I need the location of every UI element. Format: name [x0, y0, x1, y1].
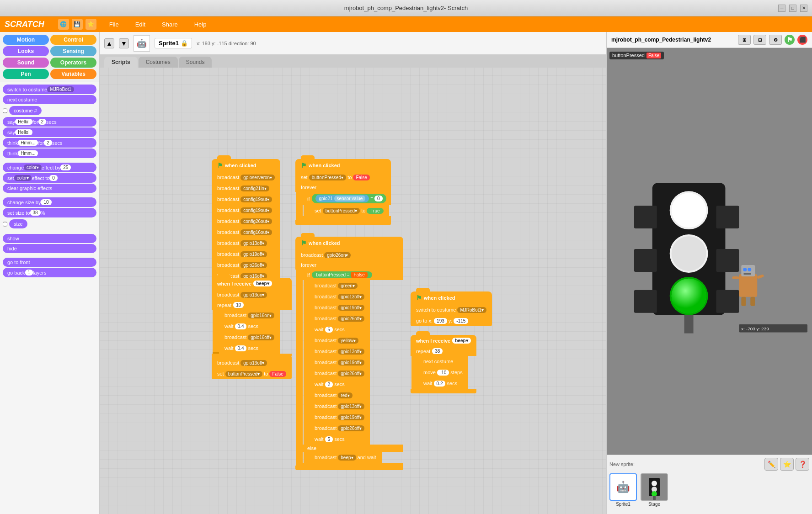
- block-broadcast-config19out2[interactable]: broadcast config19out▾: [212, 205, 280, 216]
- tab-costumes[interactable]: Costumes: [139, 57, 178, 68]
- cat-motion[interactable]: Motion: [3, 35, 49, 45]
- block-next-costume[interactable]: next costume: [3, 95, 96, 104]
- block-forever[interactable]: forever: [295, 183, 391, 192]
- block-broadcast-yellow[interactable]: broadcast yellow▾: [309, 335, 370, 346]
- block-broadcast-config26out[interactable]: broadcast config26out▾: [212, 216, 280, 227]
- hat-green-flag-2[interactable]: ⚑ when clicked: [295, 159, 391, 172]
- block-wait-0.4-2[interactable]: wait 0.4 secs: [219, 343, 280, 354]
- scripts-canvas[interactable]: ⚑ when clicked broadcast gpioserveron▾ b…: [100, 68, 606, 514]
- block-if-buttonpressed[interactable]: if buttonPressed = False: [303, 270, 403, 280]
- cat-operators[interactable]: Operators: [50, 58, 96, 68]
- cat-control[interactable]: Control: [50, 35, 96, 45]
- block-next-costume-2[interactable]: next costume: [418, 356, 468, 367]
- sprite-nav-down[interactable]: ▼: [119, 38, 129, 48]
- block-broadcast-gpio19off2[interactable]: broadcast gpio19off▾: [309, 302, 370, 313]
- block-broadcast-gpio13off5[interactable]: broadcast gpio13off▾: [309, 401, 370, 412]
- sprite-star-btn[interactable]: ⭐: [780, 458, 794, 471]
- block-broadcast-gpio[interactable]: broadcast gpioserveron▾: [212, 172, 280, 183]
- block-forever-2[interactable]: forever: [295, 260, 403, 270]
- cat-pen[interactable]: Pen: [3, 69, 49, 79]
- maximize-button[interactable]: □: [789, 5, 796, 12]
- hat-green-flag-4[interactable]: ⚑ when clicked: [411, 291, 492, 304]
- cat-variables[interactable]: Variables: [50, 69, 96, 79]
- minimize-button[interactable]: ─: [778, 5, 785, 12]
- block-broadcast-gpio26off2[interactable]: broadcast gpio26off▾: [309, 313, 370, 324]
- block-broadcast-gpio19off[interactable]: broadcast gpio19off▾: [212, 249, 280, 260]
- block-broadcast-config21[interactable]: broadcast config21in▾: [212, 183, 280, 194]
- block-broadcast-gpio13on[interactable]: broadcast gpio13on▾: [212, 289, 292, 300]
- cat-sensing[interactable]: Sensing: [50, 46, 96, 56]
- cat-looks[interactable]: Looks: [3, 46, 49, 56]
- block-broadcast-gpio13off[interactable]: broadcast gpio13off▾: [212, 238, 280, 249]
- block-wait-2[interactable]: wait 2 secs: [309, 379, 370, 390]
- globe-icon[interactable]: 🌐: [58, 19, 69, 30]
- block-broadcast-gpio13off3[interactable]: broadcast gpio13off▾: [309, 291, 370, 302]
- size-checkbox[interactable]: [3, 221, 7, 227]
- sprite-paint-btn[interactable]: ✏️: [764, 458, 778, 471]
- stage-settings-btn[interactable]: ⚙: [769, 35, 782, 45]
- block-wait-5[interactable]: wait 5 secs: [309, 324, 370, 335]
- block-clear-effects[interactable]: clear graphic effects: [3, 184, 96, 193]
- block-set-size[interactable]: set size to 38 %: [3, 208, 96, 217]
- block-if[interactable]: if gpio21 sensor value = 0: [303, 192, 391, 205]
- block-show[interactable]: show: [3, 234, 96, 243]
- sprite-item-stage[interactable]: Stage: [641, 473, 668, 507]
- close-button[interactable]: ✕: [800, 5, 807, 12]
- fullscreen-btn[interactable]: ⊞: [738, 35, 751, 45]
- tab-scripts[interactable]: Scripts: [104, 57, 138, 68]
- menu-file[interactable]: File: [106, 19, 123, 30]
- menu-help[interactable]: Help: [191, 19, 210, 30]
- block-set-buttonpressed-true[interactable]: set buttonPressed▾ to True: [309, 205, 389, 216]
- block-broadcast-gpio19off3[interactable]: broadcast gpio19off▾: [309, 357, 370, 368]
- block-move-neg10[interactable]: move -10 steps: [418, 367, 468, 378]
- hat-receive-beep[interactable]: when I receive beep▾: [212, 278, 292, 289]
- cat-sound[interactable]: Sound: [3, 58, 49, 68]
- block-wait-5-2[interactable]: wait 5 secs: [309, 434, 370, 445]
- block-change-size[interactable]: change size by 10: [3, 197, 96, 207]
- block-broadcast-config19out[interactable]: broadcast config19out▾: [212, 194, 280, 205]
- block-change-effect[interactable]: change color▾ effect by 25: [3, 163, 96, 172]
- block-set-effect[interactable]: set color▾ effect to 0: [3, 173, 96, 183]
- block-say-secs[interactable]: say Hello! for 2 secs: [3, 117, 96, 127]
- block-switch-costume[interactable]: switch to costume MJRoBot1: [3, 85, 96, 94]
- block-set-buttonpressed-false2[interactable]: set buttonPressed▾ to False: [212, 368, 292, 379]
- block-broadcast-gpio26on-main[interactable]: broadcast gpio26on▾: [295, 249, 403, 260]
- block-broadcast-gpio16off2[interactable]: broadcast gpio16off▾: [219, 332, 280, 343]
- hat-green-flag-1[interactable]: ⚑ when clicked: [212, 159, 280, 172]
- block-costume-num[interactable]: costume #: [9, 106, 42, 115]
- block-broadcast-gpio26off4[interactable]: broadcast gpio26off▾: [309, 423, 370, 434]
- sprite-nav-up[interactable]: ▲: [104, 38, 114, 48]
- block-broadcast-gpio13off2[interactable]: broadcast gpio13off▾: [212, 357, 292, 368]
- block-broadcast-gpio26off[interactable]: broadcast gpio26off▾: [212, 260, 280, 270]
- sprite-search-btn[interactable]: ❓: [796, 458, 809, 471]
- block-repeat-10[interactable]: repeat 10: [212, 300, 292, 310]
- normal-btn[interactable]: ⊟: [753, 35, 766, 45]
- block-size[interactable]: size: [9, 219, 27, 228]
- save-icon[interactable]: 💾: [72, 19, 83, 30]
- block-think-secs[interactable]: think Hmm... for 2 secs: [3, 138, 96, 148]
- menu-share[interactable]: Share: [158, 19, 182, 30]
- hat-receive-beep-2[interactable]: when I receive beep▾: [411, 335, 476, 346]
- block-broadcast-red[interactable]: broadcast red▾: [309, 390, 370, 401]
- block-go-to-xy[interactable]: go to x: 193 y: -115: [411, 315, 492, 326]
- block-switch-costume-mjrobot[interactable]: switch to costume MJRoBot1▾: [411, 304, 492, 315]
- star-icon[interactable]: ⭐: [85, 19, 96, 30]
- block-broadcast-green[interactable]: broadcast green▾: [309, 280, 370, 291]
- block-broadcast-beep-wait[interactable]: broadcast beep▾ and wait: [309, 452, 382, 463]
- block-go-back[interactable]: go back 1 layers: [3, 268, 96, 277]
- block-go-front[interactable]: go to front: [3, 258, 96, 267]
- block-broadcast-gpio26off3[interactable]: broadcast gpio26off▾: [309, 368, 370, 379]
- block-broadcast-gpio19off4[interactable]: broadcast gpio19off▾: [309, 412, 370, 423]
- block-hide[interactable]: hide: [3, 244, 96, 253]
- tab-sounds[interactable]: Sounds: [179, 57, 212, 68]
- block-repeat-38[interactable]: repeat 38: [411, 346, 476, 356]
- block-set-buttonpressed-false[interactable]: set buttonPressed▾ to False: [295, 172, 391, 183]
- block-think[interactable]: think Hmm...: [3, 148, 96, 158]
- stop-btn[interactable]: ⬛: [797, 35, 807, 45]
- block-broadcast-gpio13off4[interactable]: broadcast gpio13off▾: [309, 346, 370, 357]
- green-flag-btn[interactable]: ⚑: [785, 35, 795, 45]
- block-wait-0.2[interactable]: wait 0.2 secs: [418, 378, 468, 389]
- hat-green-flag-3[interactable]: ⚑ when clicked: [295, 237, 403, 249]
- sprite-item-1[interactable]: 🤖 Sprite1: [609, 473, 637, 507]
- block-broadcast-config16out[interactable]: broadcast config16out▾: [212, 227, 280, 238]
